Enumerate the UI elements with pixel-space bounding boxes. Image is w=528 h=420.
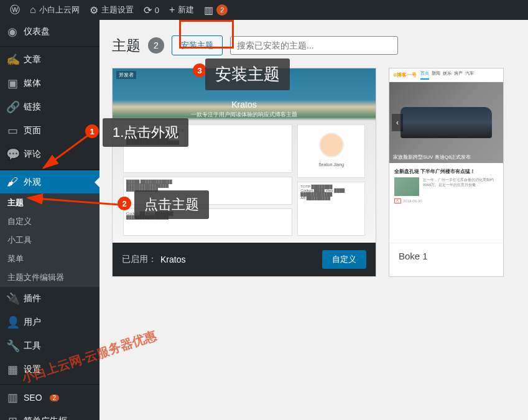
theme-settings-link[interactable]: ⚙主题设置: [85, 0, 139, 20]
menu-seo[interactable]: ▥SEO2: [0, 386, 100, 409]
annotation-label-3: 安装主题: [205, 58, 290, 90]
seo-icon: ▥: [6, 391, 19, 404]
annotation-number-2: 2: [118, 197, 131, 210]
submenu-customize[interactable]: 自定义: [0, 212, 100, 231]
customize-button[interactable]: 自定义: [322, 250, 366, 269]
menu-tools[interactable]: 🔧工具: [0, 334, 100, 358]
menu-links[interactable]: 🔗链接: [0, 95, 100, 119]
admin-toolbar: ⓦ ⌂小白上云网 ⚙主题设置 ⟳0 +新建 ▥2: [0, 0, 528, 20]
active-theme-name: Kratos: [160, 254, 185, 264]
comment-icon: 💬: [6, 147, 19, 161]
toolbar-badge: 2: [216, 4, 228, 16]
page-icon: ▭: [6, 124, 19, 138]
corner-badge: 开发者: [116, 71, 136, 79]
theme-screenshot-boke: ⊙博客一号 首页新闻娱乐房产汽车 ‹ 家族脸新跨型SUV 奥迪Q8正式发布 全新…: [389, 68, 503, 243]
seo-count-badge: 2: [50, 394, 60, 401]
theme-name: Boke 1: [389, 243, 503, 269]
submenu-themes[interactable]: 主题: [0, 194, 100, 212]
menu-users[interactable]: 👤用户: [0, 310, 100, 334]
page-title: 主题: [112, 36, 141, 55]
site-name-link[interactable]: ⌂小白上云网: [25, 0, 85, 20]
plugin-icon: 🔌: [6, 292, 19, 306]
link-icon: 🔗: [6, 100, 19, 114]
appearance-submenu: 主题 自定义 小工具 菜单 主题文件编辑器: [0, 194, 100, 287]
submenu-widgets[interactable]: 小工具: [0, 231, 100, 250]
menu-appearance[interactable]: 🖌外观: [0, 170, 100, 194]
settings-icon: ▦: [6, 363, 19, 376]
seo-toolbar-link[interactable]: ▥2: [199, 0, 233, 20]
updates-link[interactable]: ⟳0: [139, 0, 164, 20]
tools-icon: 🔧: [6, 339, 19, 353]
themes-grid: 开发者 Kratos 一款专注于用户阅读体验的响应式博客主题 TOTP · 基于…: [112, 68, 516, 277]
theme-card-boke[interactable]: ⊙博客一号 首页新闻娱乐房产汽车 ‹ 家族脸新跨型SUV 奥迪Q8正式发布 全新…: [389, 68, 504, 277]
annotation-label-2: 点击主题: [134, 190, 209, 219]
pin-icon: ✍: [6, 53, 19, 67]
install-theme-button[interactable]: 安装主题: [172, 35, 223, 55]
theme-active-bar: 已启用： Kratos 自定义: [113, 243, 376, 276]
admin-sidebar: ◉仪表盘 ✍文章 ▣媒体 🔗链接 ▭页面 💬评论 🖌外观 主题 自定义 小工具 …: [0, 20, 100, 420]
annotation-number-1: 1: [85, 124, 99, 138]
wp-logo[interactable]: ⓦ: [5, 0, 25, 20]
theme-card-active[interactable]: 开发者 Kratos 一款专注于用户阅读体验的响应式博客主题 TOTP · 基于…: [112, 68, 376, 277]
menu-posts[interactable]: ✍文章: [0, 48, 100, 72]
main-content: 主题 2 安装主题 开发者 Kratos 一款专注于用户阅读体验的响应式博客主题…: [100, 20, 528, 283]
annotation-number-3: 3: [193, 63, 206, 77]
enabled-label: 已启用：: [122, 254, 157, 265]
dashboard-icon: ◉: [6, 25, 19, 39]
brush-icon: 🖌: [6, 175, 19, 189]
menu-comments[interactable]: 💬评论: [0, 142, 100, 166]
search-themes-input[interactable]: [230, 36, 398, 55]
submenu-editor[interactable]: 主题文件编辑器: [0, 268, 100, 287]
submenu-menus[interactable]: 菜单: [0, 250, 100, 268]
user-icon: 👤: [6, 315, 19, 329]
media-icon: ▣: [6, 77, 19, 90]
menu-dashboard[interactable]: ◉仪表盘: [0, 20, 100, 44]
menu-ads[interactable]: ⊞简单广告框: [0, 409, 100, 420]
page-header: 主题 2 安装主题: [112, 35, 516, 55]
menu-media[interactable]: ▣媒体: [0, 72, 100, 95]
menu-pages[interactable]: ▭页面: [0, 119, 100, 142]
theme-count-badge: 2: [148, 37, 164, 54]
new-content-link[interactable]: +新建: [164, 0, 199, 20]
menu-settings[interactable]: ▦设置: [0, 358, 100, 381]
menu-plugins[interactable]: 🔌插件: [0, 287, 100, 310]
annotation-label-1: 1.点击外观: [103, 118, 188, 147]
chevron-left-icon: ‹: [392, 114, 403, 131]
ads-icon: ⊞: [6, 414, 19, 420]
